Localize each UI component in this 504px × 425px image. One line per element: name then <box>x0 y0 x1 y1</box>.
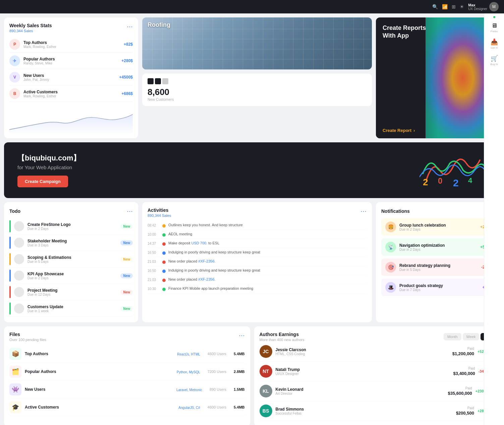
rp-item-1[interactable]: 🖥 Prebu <box>487 20 502 35</box>
active-customers-icon: B <box>9 88 20 99</box>
new-users-value: +4500$ <box>119 75 133 80</box>
activity-time-4: 16:50 <box>148 251 160 254</box>
todo-badge-5: New <box>120 290 133 295</box>
theme-icon[interactable]: ☀ <box>460 4 464 9</box>
file-size-4: 5.4MB <box>234 405 244 409</box>
rp-icon-2: 📥 <box>488 38 500 46</box>
row4: Files Over 100 pending files ⋯ 📦 Top Aut… <box>4 326 500 425</box>
author-name-1: Jessie Clarcson <box>276 347 449 352</box>
activity-time-5: 21:03 <box>148 260 160 264</box>
top-authors-info: Top Authors Mark, Rowling, Esther <box>23 40 120 49</box>
stat-top-authors: P Top Authors Mark, Rowling, Esther +82$ <box>9 36 133 53</box>
activity-dot-8 <box>162 288 166 291</box>
activity-time-7: 21:03 <box>148 278 160 282</box>
file-name-1: Top Authors <box>25 351 174 356</box>
author-amount-2: $3,400,000 <box>453 371 475 376</box>
notif-due-4: Due in 7 Days <box>399 288 479 292</box>
author-paid-block-2: Paid $3,400,000 <box>453 367 475 376</box>
activity-text-8: Finance KPI Mobile app launch preparatio… <box>168 286 367 290</box>
todo-item: Customers Update Due in 1 week New <box>9 300 133 317</box>
ae-header: Authors Earnings More than 400 new autho… <box>260 332 495 342</box>
author-amount-4: $200,500 <box>456 411 474 416</box>
files-card: Files Over 100 pending files ⋯ 📦 Top Aut… <box>4 326 250 425</box>
order-link-2[interactable]: #XF-2356. <box>198 277 215 281</box>
notif-icon-3: 🎯 <box>385 262 396 273</box>
grid-icon[interactable]: ⊞ <box>452 4 456 9</box>
todo-item: Stakeholder Meeting Due in 3 Days New <box>9 235 133 251</box>
notif-icon-4: 🎩 <box>385 282 396 293</box>
top-nav: 🔍 📶 ⊞ ☀ Max UX Designer M <box>0 0 504 13</box>
weekly-sales-card: Weekly Sales Stats 890,344 Sales ⋯ P Top… <box>4 17 138 138</box>
active-customers-authors: Mark, Rowling, Esther <box>23 94 118 98</box>
activities-subtitle: 890,344 Sales <box>148 214 171 218</box>
top-authors-authors: Mark, Rowling, Esther <box>23 45 120 49</box>
activity-dot-1 <box>162 224 166 228</box>
activity-time-3: 14:37 <box>148 242 160 245</box>
todo-item: KPI App Showcase Due in 2 Days New <box>9 268 133 284</box>
activities-more-icon[interactable]: ⋯ <box>360 207 367 215</box>
activity-dot-5 <box>162 261 166 264</box>
rp-item-3[interactable]: 🛒 Buy N <box>487 53 502 68</box>
file-tags-4: AngularJS, C# <box>178 406 200 410</box>
deposit-link[interactable]: USD 700. <box>191 241 207 245</box>
file-size-1: 5.4MB <box>234 352 244 356</box>
weekly-sales-title: Weekly Sales Stats <box>9 23 52 28</box>
roofing-card: Roofing <box>142 17 372 69</box>
notif-icon-2: 📡 <box>385 242 396 252</box>
user-info: Max UX Designer M <box>468 2 499 11</box>
authors-list: JC Jessie Clarcson HTML, CSS Coding Paid… <box>260 342 495 421</box>
row3: Todo ⋯ Create FireStone Logo Due in 2 Da… <box>4 202 500 322</box>
create-campaign-button[interactable]: Create Campaign <box>17 176 68 187</box>
file-info-1: Top Authors <box>25 351 174 356</box>
active-customers-info: Active Customers Mark, Rowling, Esther <box>23 90 118 98</box>
author-item-2: NT Natali Trump UI/UX Designer Paid $3,4… <box>260 362 495 381</box>
activity-item: 10:00 AEOL meeting <box>148 230 367 239</box>
todo-info-5: Project Meeting Due in 12 Days <box>27 288 117 296</box>
todo-info-1: Create FireStone Logo Due in 2 Days <box>27 222 117 231</box>
todo-avatar-4 <box>14 271 24 281</box>
todo-info-3: Scoping & Estimations Due in 5 Days <box>27 255 117 264</box>
notif-title-1: Group lunch celebration <box>399 223 477 228</box>
todo-more-icon[interactable]: ⋯ <box>127 207 133 215</box>
notif-title-2: Navigation optimization <box>399 243 477 248</box>
author-paid-block-3: Paid $35,600,000 <box>448 386 472 396</box>
tab-week[interactable]: Week <box>463 333 480 340</box>
files-more-icon[interactable]: ⋯ <box>239 332 245 339</box>
file-item-3: 👾 New Users Laravel, Metronic 890 Users … <box>9 381 245 398</box>
ae-title: Authors Earnings <box>260 332 304 337</box>
todo-avatar-5 <box>14 287 24 297</box>
row1: Weekly Sales Stats 890,344 Sales ⋯ P Top… <box>4 17 500 138</box>
todo-bar-2 <box>9 237 11 249</box>
todo-avatar-6 <box>14 303 24 314</box>
popular-authors-icon: ✈ <box>9 55 20 66</box>
activity-text-6: Indulging in poorly driving and keep str… <box>168 268 367 272</box>
file-info-4: Active Customers <box>25 405 175 410</box>
tab-month[interactable]: Month <box>444 333 461 340</box>
author-avatar-1: JC <box>260 345 272 358</box>
create-report-link[interactable]: Create Report › <box>376 123 500 138</box>
create-reports-card: Create ReportsWith App Create Report › <box>376 17 500 138</box>
todo-badge-1: New <box>120 224 133 229</box>
icon-sq-dark <box>148 78 154 84</box>
file-users-2: 7200 Users <box>208 370 226 374</box>
author-role-3: Art Director <box>276 392 445 395</box>
top-authors-icon: P <box>9 39 20 50</box>
campaign-art: 2 0 2 4 <box>419 153 487 187</box>
todo-due-3: Due in 5 Days <box>27 260 117 264</box>
order-link-1[interactable]: #XF-2356. <box>198 259 215 263</box>
avatar[interactable]: M <box>489 2 499 11</box>
more-icon[interactable]: ⋯ <box>127 23 133 30</box>
svg-text:0: 0 <box>438 176 442 185</box>
rp-item-2[interactable]: 📥 Get H <box>487 36 502 51</box>
right-panel: 🖥 Prebu 📥 Get H 🛒 Buy N <box>484 13 504 425</box>
activity-text-2: AEOL meeting <box>168 232 367 236</box>
campaign-title: 【biqubiqu.com】 <box>17 153 80 163</box>
rp-icon-1: 🖥 <box>488 22 500 29</box>
todo-bar-4 <box>9 270 11 282</box>
todo-name-3: Scoping & Estimations <box>27 255 117 260</box>
search-icon[interactable]: 🔍 <box>432 4 438 9</box>
todo-badge-2: New <box>120 240 133 245</box>
rp-icon-3: 🛒 <box>488 55 500 62</box>
activity-item: 16:50 Indulging in poorly driving and ke… <box>148 248 367 257</box>
notifications-title: Notifications <box>381 208 410 214</box>
